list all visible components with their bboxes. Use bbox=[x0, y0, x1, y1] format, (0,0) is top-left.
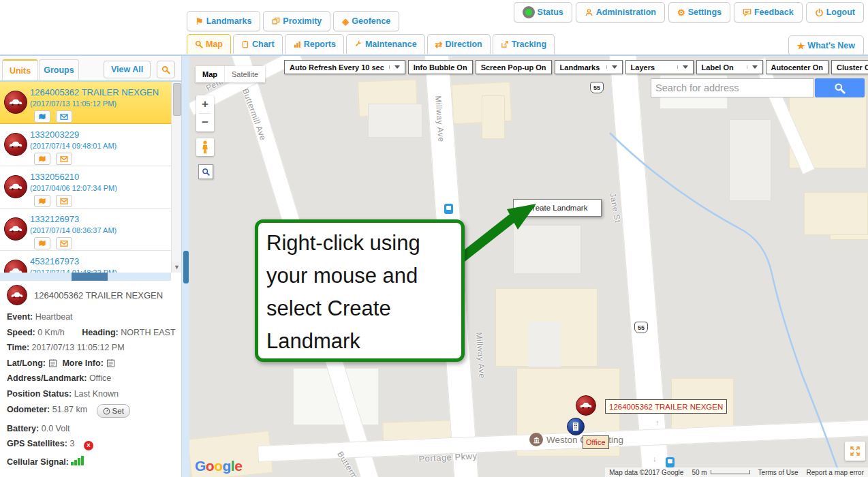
magnifier-icon bbox=[202, 168, 211, 176]
report-map-error-link[interactable]: Report a map error bbox=[803, 467, 868, 477]
locate-icon[interactable] bbox=[34, 237, 50, 249]
callout-line: your mouse and bbox=[266, 260, 461, 292]
top-nav-left: ⚑ Landmarks Proximity ◈ Geofence bbox=[187, 11, 399, 31]
info-bubble-toggle[interactable]: Info Bubble On bbox=[408, 60, 473, 74]
view-all-label: View All bbox=[111, 65, 143, 74]
locate-icon[interactable] bbox=[34, 153, 50, 165]
error-x-icon[interactable]: × bbox=[84, 441, 93, 450]
scrollbar-thumb[interactable] bbox=[173, 83, 181, 116]
gear-icon: ⚙ bbox=[677, 8, 685, 17]
maptype-map-button[interactable]: Map bbox=[196, 66, 224, 82]
magnify-zoom-control[interactable] bbox=[198, 164, 213, 179]
administration-button[interactable]: Administration bbox=[576, 2, 665, 22]
unit-id: 1332056210 bbox=[30, 172, 79, 182]
fullscreen-button[interactable] bbox=[845, 442, 865, 461]
feedback-label: Feedback bbox=[754, 7, 794, 17]
status-label: Status bbox=[538, 7, 563, 17]
unit-search-button[interactable] bbox=[157, 61, 175, 78]
unit-list-item[interactable]: 1332126973 (2017/07/14 08:36:37 AM) bbox=[0, 209, 171, 251]
unit-list-item[interactable]: 1264005362 TRAILER NEXGEN (2017/07/13 11… bbox=[0, 82, 171, 124]
screen-popup-toggle[interactable]: Screen Pop-up On bbox=[476, 60, 552, 74]
message-icon[interactable] bbox=[56, 195, 72, 207]
speed-label: Speed: bbox=[7, 328, 35, 337]
tab-chart[interactable]: Chart bbox=[233, 34, 283, 54]
auto-refresh-dropdown[interactable]: Auto Refresh Every 10 sec bbox=[284, 60, 405, 74]
hscrollbar-thumb[interactable] bbox=[72, 273, 108, 281]
landmarks-dropdown[interactable]: Landmarks bbox=[555, 60, 623, 74]
sidebar-splitter[interactable] bbox=[181, 56, 189, 477]
vehicle-marker-label[interactable]: 1264005362 TRAILER NEXGEN bbox=[605, 399, 727, 414]
autocenter-toggle[interactable]: Autocenter On bbox=[766, 60, 828, 74]
maptype-satellite-button[interactable]: Satellite bbox=[224, 66, 265, 82]
unit-list-item[interactable]: 1332056210 (2017/04/06 12:07:34 PM) bbox=[0, 166, 171, 209]
detail-title: 1264005362 TRAILER NEXGEN bbox=[34, 290, 163, 301]
poi-weston[interactable]: Weston Consulting bbox=[529, 433, 623, 446]
tab-tracking[interactable]: Tracking bbox=[493, 34, 555, 54]
label-dropdown[interactable]: Label On bbox=[696, 60, 763, 74]
landmarks-button[interactable]: ⚑ Landmarks bbox=[187, 11, 260, 31]
message-icon[interactable] bbox=[56, 110, 72, 123]
layers-dropdown[interactable]: Layers bbox=[625, 60, 694, 74]
proximity-button[interactable]: Proximity bbox=[263, 11, 330, 31]
unit-id: 4532167973 bbox=[30, 256, 79, 266]
unit-list-scrollbar[interactable]: ▼ bbox=[171, 82, 181, 273]
tab-map[interactable]: Map bbox=[187, 34, 231, 54]
locate-icon[interactable] bbox=[34, 195, 50, 207]
speed-value: 0 Km/h bbox=[37, 328, 65, 337]
unit-detail-panel: 1264005362 TRAILER NEXGEN Event: Heartbe… bbox=[0, 281, 177, 477]
tab-units-label: Units bbox=[10, 66, 31, 76]
vehicle-marker[interactable] bbox=[576, 395, 596, 416]
tab-reports[interactable]: Reports bbox=[285, 34, 344, 54]
power-icon bbox=[815, 8, 824, 17]
dropdown-arrow-icon bbox=[747, 65, 758, 69]
geofence-button[interactable]: ◈ Geofence bbox=[333, 11, 399, 31]
gps-satellites-label: GPS Satellites: bbox=[7, 439, 67, 448]
transit-station-icon[interactable] bbox=[444, 204, 453, 214]
unit-list-item[interactable]: 4532167973 (2017/07/14 01:48:22 PM) bbox=[0, 251, 171, 273]
moreinfo-label: More Info: bbox=[62, 358, 103, 368]
create-landmark-label: Create Landmark bbox=[527, 204, 588, 212]
auto-refresh-label: Auto Refresh Every 10 sec bbox=[290, 63, 384, 72]
note-icon[interactable] bbox=[48, 358, 57, 367]
note-icon[interactable] bbox=[106, 358, 115, 367]
office-landmark-label[interactable]: Office bbox=[583, 435, 609, 449]
message-icon[interactable] bbox=[56, 237, 72, 249]
person-icon bbox=[585, 8, 593, 17]
unit-list-item[interactable]: 1332003229 (2017/07/14 09:48:01 AM) bbox=[0, 124, 171, 166]
whats-new-button[interactable]: ★ What's New bbox=[788, 35, 864, 56]
cluster-toggle[interactable]: Cluster On bbox=[831, 60, 868, 74]
tab-reports-label: Reports bbox=[304, 40, 336, 49]
battery-value: 0.0 Volt bbox=[42, 424, 70, 433]
scale-text: 50 m bbox=[692, 469, 707, 476]
tab-groups[interactable]: Groups bbox=[39, 59, 79, 80]
odometer-label: Odometer: bbox=[7, 405, 50, 414]
logout-button[interactable]: Logout bbox=[806, 2, 864, 22]
event-label: Event: bbox=[7, 312, 33, 322]
status-button[interactable]: Status bbox=[514, 2, 572, 22]
splitter-handle[interactable] bbox=[183, 251, 189, 283]
tab-chart-label: Chart bbox=[252, 40, 275, 49]
settings-button[interactable]: ⚙ Settings bbox=[668, 2, 730, 22]
terms-of-use-link[interactable]: Terms of Use bbox=[754, 467, 803, 477]
tab-units[interactable]: Units bbox=[2, 59, 38, 80]
address-search-button[interactable] bbox=[815, 78, 865, 97]
view-all-button[interactable]: View All bbox=[104, 61, 151, 78]
feedback-button[interactable]: Feedback bbox=[734, 2, 803, 22]
magnifier-icon bbox=[195, 40, 203, 48]
address-label: Address/Landmark: bbox=[7, 373, 87, 383]
tab-direction[interactable]: ⇄ Direction bbox=[427, 34, 491, 54]
scroll-down-arrow[interactable]: ▼ bbox=[172, 262, 182, 273]
locate-icon[interactable] bbox=[34, 110, 50, 123]
create-landmark-menu-item[interactable]: Create Landmark bbox=[513, 199, 602, 217]
map-canvas[interactable]: Penn Buttermill Ave Buttermill Ave Millw… bbox=[189, 56, 868, 477]
odometer-set-button[interactable]: Set bbox=[97, 404, 130, 418]
address-search-input[interactable] bbox=[651, 78, 814, 97]
unit-list-hscrollbar[interactable] bbox=[0, 273, 171, 281]
message-icon[interactable] bbox=[56, 153, 72, 165]
info-bubble-label: Info Bubble On bbox=[414, 63, 467, 72]
transit-station-icon[interactable] bbox=[666, 457, 675, 467]
tab-maintenance[interactable]: Maintenance bbox=[346, 34, 425, 54]
pegman-control[interactable] bbox=[196, 138, 214, 156]
zoom-out-button[interactable]: − bbox=[196, 114, 214, 132]
zoom-in-button[interactable]: + bbox=[196, 95, 214, 113]
